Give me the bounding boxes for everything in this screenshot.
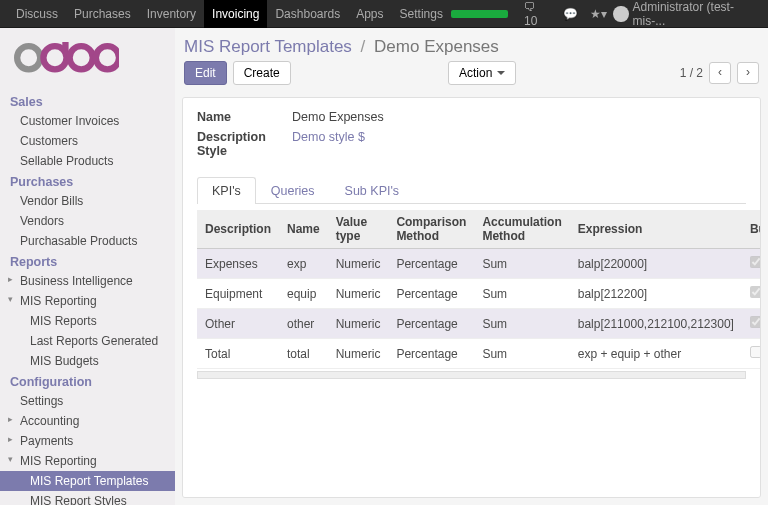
create-button[interactable]: Create: [233, 61, 291, 85]
table-row[interactable]: ExpensesexpNumericPercentageSumbalp[2200…: [197, 249, 761, 279]
sidebar-head-sales[interactable]: Sales: [0, 91, 175, 111]
field-label-name: Name: [197, 110, 292, 124]
sidebar-item-purchasable-products[interactable]: Purchasable Products: [0, 231, 175, 251]
cell-accum: Sum: [474, 279, 569, 309]
cell-budgetable: [742, 339, 761, 369]
cell-vtype: Numeric: [328, 279, 389, 309]
form-panel: Name Demo Expenses Description Style Dem…: [182, 97, 761, 498]
sidebar-head-purchases[interactable]: Purchases: [0, 171, 175, 191]
svg-point-3: [70, 46, 93, 69]
nav-purchases[interactable]: Purchases: [66, 0, 139, 28]
sidebar-item-last-reports-generated[interactable]: Last Reports Generated: [0, 331, 175, 351]
sidebar: SalesCustomer InvoicesCustomersSellable …: [0, 28, 175, 505]
column-header[interactable]: Budgetable: [742, 210, 761, 249]
cell-comp: Percentage: [388, 309, 474, 339]
chat-icon[interactable]: 💬: [563, 7, 578, 21]
sidebar-item-label: MIS Reporting: [20, 454, 97, 468]
progress-bar[interactable]: [451, 10, 508, 18]
cell-accum: Sum: [474, 249, 569, 279]
sidebar-item-label: Vendor Bills: [20, 194, 83, 208]
cell-comp: Percentage: [388, 249, 474, 279]
kpi-table: DescriptionNameValue typeComparison Meth…: [197, 210, 761, 369]
sidebar-head-reports[interactable]: Reports: [0, 251, 175, 271]
sidebar-item-label: MIS Reporting: [20, 294, 97, 308]
sidebar-item-mis-reports[interactable]: MIS Reports: [0, 311, 175, 331]
table-row[interactable]: OtherotherNumericPercentageSumbalp[21100…: [197, 309, 761, 339]
pager-prev-button[interactable]: ‹: [709, 62, 731, 84]
budgetable-checkbox[interactable]: [750, 286, 761, 298]
nav-invoicing[interactable]: Invoicing: [204, 0, 267, 28]
cell-accum: Sum: [474, 309, 569, 339]
tabbar: KPI'sQueriesSub KPI's: [197, 176, 746, 204]
cell-comp: Percentage: [388, 339, 474, 369]
column-header[interactable]: Value type: [328, 210, 389, 249]
edit-button[interactable]: Edit: [184, 61, 227, 85]
sidebar-item-label: Payments: [20, 434, 73, 448]
column-header[interactable]: Comparison Method: [388, 210, 474, 249]
sidebar-item-label: Accounting: [20, 414, 79, 428]
cell-name: total: [279, 339, 328, 369]
sidebar-item-sellable-products[interactable]: Sellable Products: [0, 151, 175, 171]
pager-text: 1 / 2: [680, 66, 703, 80]
sidebar-item-accounting[interactable]: ▸Accounting: [0, 411, 175, 431]
column-header[interactable]: Name: [279, 210, 328, 249]
sidebar-item-settings[interactable]: Settings: [0, 391, 175, 411]
sidebar-item-business-intelligence[interactable]: ▸Business Intelligence: [0, 271, 175, 291]
sidebar-item-mis-report-styles[interactable]: MIS Report Styles: [0, 491, 175, 506]
sidebar-item-mis-reporting[interactable]: ▾MIS Reporting: [0, 451, 175, 471]
sidebar-item-label: Vendors: [20, 214, 64, 228]
breadcrumb: MIS Report Templates / Demo Expenses: [178, 31, 765, 61]
table-row[interactable]: TotaltotalNumericPercentageSumexp + equi…: [197, 339, 761, 369]
cell-desc: Equipment: [197, 279, 279, 309]
sidebar-item-label: Purchasable Products: [20, 234, 137, 248]
tab-sub-kpi-s[interactable]: Sub KPI's: [330, 177, 415, 204]
tab-kpi-s[interactable]: KPI's: [197, 177, 256, 204]
sidebar-item-mis-reporting[interactable]: ▾MIS Reporting: [0, 291, 175, 311]
nav-settings[interactable]: Settings: [392, 0, 451, 28]
cell-accum: Sum: [474, 339, 569, 369]
chevron-down-icon: ▾: [8, 294, 13, 304]
sidebar-item-vendors[interactable]: Vendors: [0, 211, 175, 231]
chevron-down-icon: ▾: [8, 454, 13, 464]
sidebar-item-label: Customer Invoices: [20, 114, 119, 128]
sidebar-item-customers[interactable]: Customers: [0, 131, 175, 151]
nav-dashboards[interactable]: Dashboards: [267, 0, 348, 28]
field-value-description-style[interactable]: Demo style $: [292, 130, 746, 158]
sidebar-item-vendor-bills[interactable]: Vendor Bills: [0, 191, 175, 211]
horizontal-scrollbar[interactable]: [197, 371, 746, 379]
cell-vtype: Numeric: [328, 339, 389, 369]
table-row[interactable]: EquipmentequipNumericPercentageSumbalp[2…: [197, 279, 761, 309]
pager-next-button[interactable]: ›: [737, 62, 759, 84]
svg-point-0: [17, 46, 40, 69]
sidebar-item-label: MIS Report Styles: [30, 494, 127, 506]
nav-inventory[interactable]: Inventory: [139, 0, 204, 28]
user-menu[interactable]: Administrator (test-mis-...: [613, 0, 760, 28]
cell-comp: Percentage: [388, 279, 474, 309]
sidebar-item-mis-report-templates[interactable]: MIS Report Templates: [0, 471, 175, 491]
column-header[interactable]: Description: [197, 210, 279, 249]
messages-icon[interactable]: 🗨 10: [524, 0, 551, 28]
nav-discuss[interactable]: Discuss: [8, 0, 66, 28]
budgetable-checkbox[interactable]: [750, 256, 761, 268]
sidebar-item-label: Business Intelligence: [20, 274, 133, 288]
cell-desc: Total: [197, 339, 279, 369]
apps-icon[interactable]: ★▾: [590, 7, 607, 21]
breadcrumb-parent[interactable]: MIS Report Templates: [184, 37, 352, 56]
sidebar-head-configuration[interactable]: Configuration: [0, 371, 175, 391]
budgetable-checkbox[interactable]: [750, 316, 761, 328]
sidebar-item-label: Settings: [20, 394, 63, 408]
chevron-right-icon: ▸: [8, 434, 13, 444]
sidebar-item-mis-budgets[interactable]: MIS Budgets: [0, 351, 175, 371]
column-header[interactable]: Accumulation Method: [474, 210, 569, 249]
tab-queries[interactable]: Queries: [256, 177, 330, 204]
column-header[interactable]: Expression: [570, 210, 742, 249]
sidebar-item-payments[interactable]: ▸Payments: [0, 431, 175, 451]
chevron-right-icon: ▸: [8, 414, 13, 424]
cell-name: exp: [279, 249, 328, 279]
logo[interactable]: [0, 38, 175, 91]
nav-apps[interactable]: Apps: [348, 0, 391, 28]
action-dropdown[interactable]: Action: [448, 61, 516, 85]
budgetable-checkbox[interactable]: [750, 346, 761, 358]
sidebar-item-customer-invoices[interactable]: Customer Invoices: [0, 111, 175, 131]
sidebar-item-label: MIS Report Templates: [30, 474, 149, 488]
